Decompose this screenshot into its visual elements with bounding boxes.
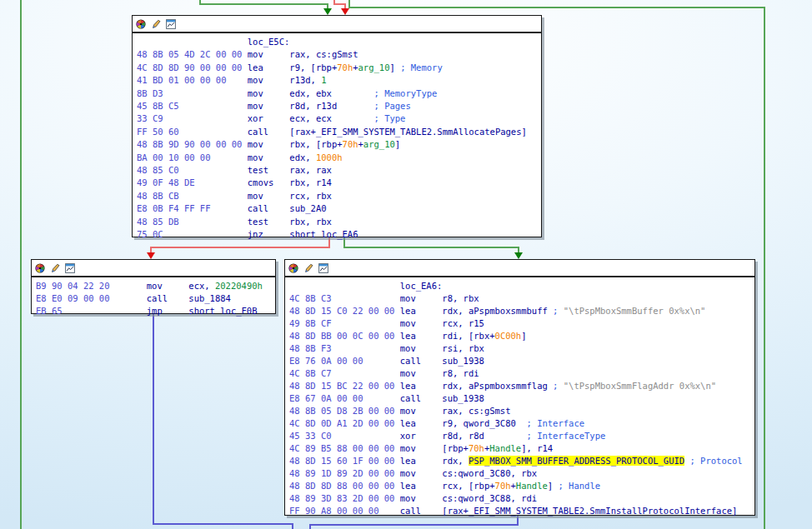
disasm-segment-c: mov edx, xyxy=(248,152,316,162)
disasm-segment-c: lea rdx, aPspmboxsmmflag xyxy=(400,381,553,391)
disasm-segment-c: xor r8d, r8d xyxy=(400,431,527,441)
disasm-segment-b: 48 8B 05 4D 2C 00 00 xyxy=(137,49,248,59)
disasm-segment-m: ; InterfaceType xyxy=(526,431,605,441)
disasm-line[interactable]: 48 8D BB 00 0C 00 00 lea rdi, [rbx+0C00h… xyxy=(289,330,754,342)
disasm-segment-c: mov r8, rdi xyxy=(400,368,479,378)
disasm-line[interactable]: 4C 8D 8D 90 00 00 00 lea r9, [rbp+70h+ar… xyxy=(137,62,541,74)
disasm-segment-b: 8B D3 xyxy=(137,88,248,98)
disasm-segment-m: ; Pages xyxy=(373,101,410,111)
disasm-line[interactable]: 45 33 C0 xor r8d, r8d ; InterfaceType xyxy=(289,430,754,442)
node-color-wheel-icon[interactable] xyxy=(136,19,146,29)
disasm-segment-b: 48 85 DB xyxy=(137,217,248,227)
disasm-segment-c: lea r9, [rbp+ xyxy=(248,62,337,72)
disasm-segment-g: arg_10 xyxy=(358,62,390,72)
disasm-segment-c: test rbx, rbx xyxy=(248,217,332,227)
disasm-line[interactable]: B9 90 04 22 20 mov ecx, 20220490h xyxy=(36,280,275,292)
disasm-segment-c: ] xyxy=(521,331,526,341)
disasm-segment-c: loc_EA6: xyxy=(289,281,442,291)
node-loc-e5c[interactable]: loc_E5C:48 8B 05 4D 2C 00 00 mov rax, cs… xyxy=(132,15,542,237)
disasm-segment-b: 4C 8D 8D 90 00 00 00 xyxy=(137,62,248,72)
disasm-line[interactable]: FF 50 60 call [rax+_EFI_SMM_SYSTEM_TABLE… xyxy=(137,126,541,138)
disasm-segment-m: ; Memory xyxy=(400,62,443,72)
disasm-segment-b: 4C 8B C7 xyxy=(289,368,400,378)
disasm-line[interactable]: 48 89 3D 83 2D 00 00 mov cs:qword_3C88, … xyxy=(289,492,754,505)
disasm-line[interactable]: 45 8B C5 mov r8d, r13d ; Pages xyxy=(137,100,541,112)
disasm-line[interactable]: loc_EA6: xyxy=(289,280,754,292)
disasm-segment-g: Handle xyxy=(489,443,521,453)
disasm-line[interactable]: loc_E5C: xyxy=(137,36,541,48)
disasm-segment-c: jnz short loc_EA6 xyxy=(248,229,358,239)
disasm-line[interactable]: BA 00 10 00 00 mov edx, 1000h xyxy=(137,152,541,164)
node-loc-e5c-titlebar[interactable] xyxy=(133,16,541,33)
node-mov-20220490h-titlebar[interactable] xyxy=(32,260,275,277)
node-color-wheel-icon[interactable] xyxy=(35,263,45,273)
disasm-line[interactable]: 4C 8B C7 mov r8, rdi xyxy=(289,367,754,380)
disasm-line[interactable]: 75 0C jnz short loc_EA6 xyxy=(137,228,541,241)
disasm-segment-o: 70h xyxy=(337,62,353,72)
disassembly-graph-canvas[interactable]: loc_E5C:48 8B 05 4D 2C 00 00 mov rax, cs… xyxy=(0,0,812,529)
disasm-line[interactable]: 48 8B 05 4D 2C 00 00 mov rax, cs:gSmst xyxy=(137,48,541,61)
disasm-segment-b: 48 89 1D 89 2D 00 00 xyxy=(289,468,400,478)
disasm-line[interactable]: 48 85 DB test rbx, rbx xyxy=(137,216,541,228)
disasm-segment-b: EB 65 xyxy=(36,306,147,316)
disasm-line[interactable]: E8 76 0A 00 00 call sub_1938 xyxy=(289,355,754,367)
disasm-line[interactable]: 48 8D 15 BC 22 00 00 lea rdx, aPspmboxsm… xyxy=(289,380,754,392)
disasm-segment-b: 33 C9 xyxy=(137,113,248,123)
disasm-line[interactable]: 33 C9 xor ecx, ecx ; Type xyxy=(137,112,541,125)
disasm-line[interactable]: 8B D3 mov edx, ebx ; MemoryType xyxy=(137,87,541,100)
disasm-segment-c: call [rax+_EFI_SMM_SYSTEM_TABLE2.SmmAllo… xyxy=(248,127,527,137)
disasm-line[interactable]: E8 E0 09 00 00 call sub_1884 xyxy=(36,292,275,305)
disasm-segment-c: mov rcx, rbx xyxy=(248,191,332,201)
disasm-line[interactable]: FF 90 A8 00 00 00 call [rax+_EFI_SMM_SYS… xyxy=(289,505,754,517)
disasm-segment-c: ] xyxy=(389,62,400,72)
disasm-line[interactable]: 48 8B CB mov rcx, rbx xyxy=(137,190,541,202)
graph-window-icon[interactable] xyxy=(65,263,75,273)
disasm-line[interactable]: EB 65 jmp short loc_F0B xyxy=(36,305,275,317)
disasm-segment-c: mov r8, rbx xyxy=(400,293,479,303)
disasm-segment-b: 45 33 C0 xyxy=(289,431,400,441)
node-loc-ea6-code: loc_EA6:4C 8B C3 mov r8, rbx48 8D 15 C0 … xyxy=(285,277,754,517)
disasm-line[interactable]: 48 8B 9D 90 00 00 00 mov rbx, [rbp+70h+a… xyxy=(137,138,541,151)
node-loc-ea6-titlebar[interactable] xyxy=(285,260,754,277)
disasm-line[interactable]: 48 8B 05 D8 2B 00 00 mov rax, cs:gSmst xyxy=(289,405,754,417)
disasm-line[interactable]: 48 89 1D 89 2D 00 00 mov cs:qword_3C80, … xyxy=(289,467,754,480)
disasm-line[interactable]: 48 8D 8D 88 00 00 00 lea rcx, [rbp+70h+H… xyxy=(289,480,754,492)
disasm-segment-c: mov ecx, xyxy=(147,281,215,291)
nodes-layer: loc_E5C:48 8B 05 4D 2C 00 00 mov rax, cs… xyxy=(0,0,812,529)
disasm-line[interactable]: 48 8D 15 60 1F 00 00 lea rdx, PSP_MBOX_S… xyxy=(289,455,754,467)
disasm-segment-b: 45 8B C5 xyxy=(137,101,248,111)
disasm-segment-c: mov rcx, r15 xyxy=(400,318,484,328)
graph-window-icon[interactable] xyxy=(166,19,176,29)
edit-node-pencil-icon[interactable] xyxy=(151,19,161,29)
graph-window-icon[interactable] xyxy=(318,263,328,273)
disasm-line[interactable]: E8 67 0A 00 00 call sub_1938 xyxy=(289,392,754,405)
disasm-segment-c: jmp short loc_F0B xyxy=(147,306,258,316)
disasm-line[interactable]: 4C 8B C3 mov r8, rbx xyxy=(289,292,754,305)
disasm-segment-c: loc_E5C: xyxy=(137,37,289,47)
node-color-wheel-icon[interactable] xyxy=(288,263,298,273)
disasm-line[interactable]: 41 BD 01 00 00 00 mov r13d, 1 xyxy=(137,74,541,87)
disasm-segment-b: 48 8B 9D 90 00 00 00 xyxy=(137,139,248,149)
disasm-segment-c: mov edx, ebx xyxy=(248,88,374,98)
disasm-segment-c: test rax, rax xyxy=(248,165,332,175)
disasm-segment-b: 48 8B F3 xyxy=(289,343,400,353)
disasm-segment-o: 70h xyxy=(495,481,511,491)
disasm-line[interactable]: 4C 8D 0D A1 2D 00 00 lea r9, qword_3C80 … xyxy=(289,417,754,430)
disasm-segment-g: 1 xyxy=(321,75,326,85)
disasm-segment-c: mov rsi, rbx xyxy=(400,343,484,353)
disasm-line[interactable]: 4C 89 B5 88 00 00 00 mov [rbp+70h+Handle… xyxy=(289,442,754,455)
edit-node-pencil-icon[interactable] xyxy=(303,263,313,273)
disasm-segment-h: PSP_MBOX_SMM_BUFFER_ADDRESS_PROTOCOL_GUI… xyxy=(469,456,684,466)
disasm-segment-m: ; MemoryType xyxy=(373,88,437,98)
disasm-line[interactable]: 49 8B CF mov rcx, r15 xyxy=(289,317,754,330)
disasm-line[interactable]: E8 0B F4 FF FF call sub_2A0 xyxy=(137,202,541,215)
disasm-line[interactable]: 49 0F 48 DE cmovs rbx, r14 xyxy=(137,177,541,189)
disasm-segment-b: 48 8D 8D 88 00 00 00 xyxy=(289,481,400,491)
edit-node-pencil-icon[interactable] xyxy=(50,263,60,273)
disasm-segment-c: mov cs:qword_3C88, rdi xyxy=(400,493,537,503)
disasm-line[interactable]: 48 8D 15 C0 22 00 00 lea rdx, aPspmboxsm… xyxy=(289,305,754,317)
node-loc-ea6[interactable]: loc_EA6:4C 8B C3 mov r8, rbx48 8D 15 C0 … xyxy=(284,259,755,516)
disasm-line[interactable]: 48 8B F3 mov rsi, rbx xyxy=(289,342,754,355)
node-mov-20220490h[interactable]: B9 90 04 22 20 mov ecx, 20220490hE8 E0 0… xyxy=(31,259,276,314)
disasm-line[interactable]: 48 85 C0 test rax, rax xyxy=(137,164,541,177)
